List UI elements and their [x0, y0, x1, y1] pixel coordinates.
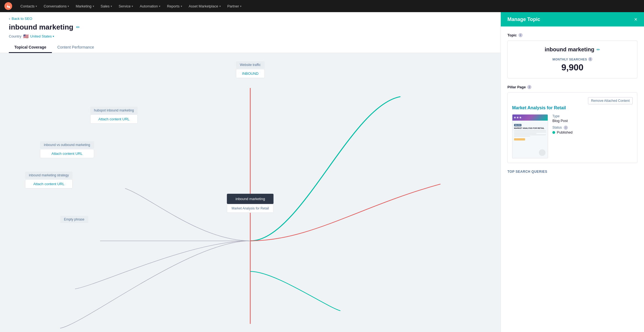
main-topic-box[interactable]: inbound marketing	[227, 194, 273, 204]
hubspot-attach-btn[interactable]: Attach content URL	[90, 115, 138, 124]
thumb-dot	[520, 117, 521, 118]
pillar-status-value: Published	[557, 130, 573, 134]
thumb-img-bottom	[539, 149, 545, 156]
pillar-content-row: BLOG MARKET ANALYSIS FOR RETAIL	[512, 114, 633, 158]
pillar-title-link[interactable]: Market Analysis for Retail	[512, 104, 633, 110]
pillar-meta: Type Blog Post Status i Publis	[552, 114, 633, 158]
pillar-section-label: Pillar Page i	[507, 85, 637, 89]
chevron-down-icon: ▾	[53, 35, 54, 38]
topic-section-label: Topic i	[507, 33, 637, 37]
thumb-line	[514, 132, 546, 132]
monthly-searches-label: MONTHLY SEARCHES i	[513, 57, 632, 61]
svg-point-0	[4, 2, 12, 10]
chevron-down-icon: ▾	[111, 5, 112, 8]
inbound-box[interactable]: INBOUND	[236, 69, 265, 78]
panel-title: Manage Topic	[507, 17, 540, 22]
topic-map-svg	[0, 53, 501, 332]
strategy-label: inbound marketing strategy	[25, 172, 73, 179]
pillar-status-key: Status i	[552, 126, 633, 130]
topic-name: inbound marketing	[545, 46, 594, 53]
strategy-attach-btn[interactable]: Attach content URL	[25, 179, 73, 188]
nav-item-service[interactable]: Service ▾	[115, 0, 136, 12]
top-search-queries-label: TOP SEARCH QUERIES	[507, 170, 637, 174]
nav-item-reports[interactable]: Reports ▾	[164, 0, 185, 12]
nav-items: Contacts ▾ Conversations ▾ Marketing ▾ S…	[17, 0, 245, 12]
topic-map: Website traffic INBOUND hubspot inbound …	[0, 53, 501, 332]
topic-name-row: inbound marketing ✏	[513, 46, 632, 53]
empty-phrase-node: Empty phrase	[60, 216, 88, 224]
nav-item-contacts[interactable]: Contacts ▾	[17, 0, 40, 12]
strategy-node: inbound marketing strategy Attach conten…	[25, 172, 73, 188]
pillar-page-section: Pillar Page i Remove Attached Content Ma…	[507, 85, 637, 163]
hubspot-logo	[4, 2, 12, 10]
inbound-vs-label: inbound vs outbound marketing	[40, 141, 94, 148]
chevron-down-icon: ▾	[36, 5, 37, 8]
nav-item-asset-marketplace[interactable]: Asset Marketplace ▾	[185, 0, 224, 12]
chevron-down-icon: ▾	[159, 5, 160, 8]
chevron-down-icon: ▾	[181, 5, 182, 8]
panel-body: Topic i inbound marketing ✏ MONTHLY SEAR…	[501, 26, 644, 180]
panel-header: Manage Topic ×	[501, 12, 644, 26]
page-header: ‹ Back to SEO inbound marketing ✏ Countr…	[0, 12, 501, 53]
pillar-status-value-row: Published	[552, 130, 633, 134]
hubspot-label: hubspot inbound marketing	[90, 107, 138, 114]
country-selector[interactable]: United States ▾	[30, 34, 54, 38]
thumb-body: BLOG MARKET ANALYSIS FOR RETAIL	[512, 121, 548, 142]
thumb-tag: BLOG	[514, 124, 521, 126]
pillar-type-key: Type	[552, 114, 633, 118]
nav-item-marketing[interactable]: Marketing ▾	[72, 0, 97, 12]
thumb-header	[512, 115, 548, 121]
empty-phrase-label: Empty phrase	[60, 216, 88, 223]
inbound-vs-node: inbound vs outbound marketing Attach con…	[40, 141, 94, 158]
website-traffic-label: Website traffic	[236, 61, 265, 68]
thumb-badge	[514, 138, 525, 140]
thumb-line	[514, 130, 546, 131]
nav-bar: Contacts ▾ Conversations ▾ Marketing ▾ S…	[0, 0, 644, 12]
tabs: Topical Coverage Content Performance	[9, 42, 492, 53]
close-panel-button[interactable]: ×	[634, 17, 637, 22]
status-dot	[552, 131, 555, 134]
chevron-down-icon: ▾	[132, 5, 133, 8]
thumb-heading: MARKET ANALYSIS FOR RETAIL	[514, 127, 546, 129]
edit-title-icon[interactable]: ✏	[76, 25, 80, 30]
chevron-down-icon: ▾	[68, 5, 69, 8]
topic-info-icon[interactable]: i	[518, 33, 523, 37]
main-topic-node: inbound marketing Market Analysis for Re…	[227, 194, 273, 213]
nav-item-conversations[interactable]: Conversations ▾	[40, 0, 72, 12]
page-title-row: inbound marketing ✏	[9, 23, 492, 31]
country-flag: 🇺🇸	[23, 34, 29, 39]
main-topic-sub: Market Analysis for Retail	[227, 204, 273, 213]
inbound-vs-attach-btn[interactable]: Attach content URL	[40, 149, 94, 158]
thumb-line-shorter	[514, 136, 530, 137]
thumb-dot	[514, 117, 516, 118]
pillar-status-row: Status i Published	[552, 126, 633, 134]
thumb-dot	[517, 117, 518, 118]
topic-edit-icon[interactable]: ✏	[597, 47, 600, 52]
pillar-box: Remove Attached Content Market Analysis …	[507, 92, 637, 163]
pillar-info-icon[interactable]: i	[527, 85, 531, 89]
monthly-searches-value: 9,900	[513, 62, 632, 73]
website-traffic-node: Website traffic INBOUND	[236, 61, 265, 78]
chevron-down-icon: ▾	[219, 5, 221, 8]
chevron-down-icon: ▾	[240, 5, 241, 8]
back-arrow-icon: ‹	[9, 17, 10, 21]
pillar-thumbnail: BLOG MARKET ANALYSIS FOR RETAIL	[512, 114, 548, 158]
hubspot-node: hubspot inbound marketing Attach content…	[90, 107, 138, 124]
pillar-type-value: Blog Post	[552, 119, 633, 123]
topic-box: inbound marketing ✏ MONTHLY SEARCHES i 9…	[507, 41, 637, 78]
nav-item-automation[interactable]: Automation ▾	[136, 0, 164, 12]
thumb-line-short	[514, 133, 536, 134]
svg-point-1	[9, 6, 10, 8]
main-content: ‹ Back to SEO inbound marketing ✏ Countr…	[0, 12, 644, 332]
left-panel: ‹ Back to SEO inbound marketing ✏ Countr…	[0, 12, 501, 332]
status-info-icon[interactable]: i	[564, 126, 568, 130]
nav-item-sales[interactable]: Sales ▾	[97, 0, 116, 12]
back-to-seo-link[interactable]: ‹ Back to SEO	[9, 17, 492, 21]
thumb-line	[514, 134, 546, 135]
tab-topical-coverage[interactable]: Topical Coverage	[9, 42, 52, 53]
tab-content-performance[interactable]: Content Performance	[52, 42, 100, 53]
nav-item-partner[interactable]: Partner ▾	[224, 0, 245, 12]
pillar-type-row: Type Blog Post	[552, 114, 633, 123]
remove-attached-content-button[interactable]: Remove Attached Content	[588, 97, 633, 104]
monthly-searches-info-icon[interactable]: i	[588, 57, 592, 61]
